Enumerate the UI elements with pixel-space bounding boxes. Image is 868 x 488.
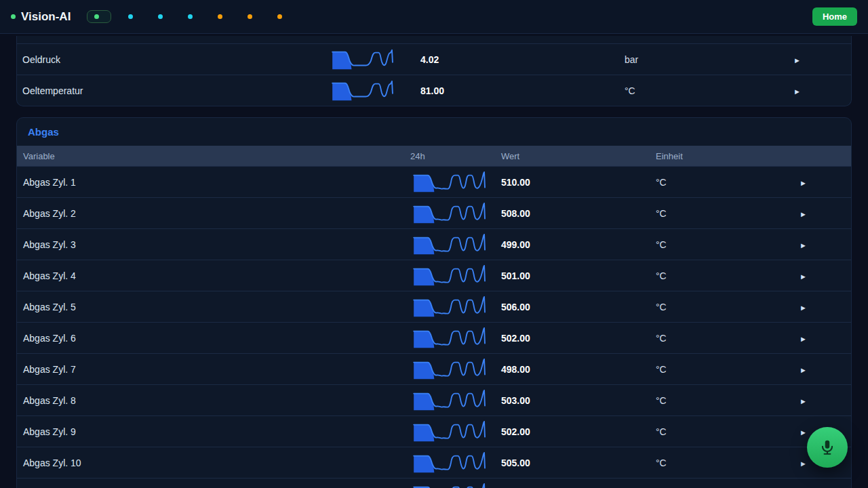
- nav-item[interactable]: [244, 10, 260, 23]
- value-text: 81.00: [420, 85, 625, 96]
- sparkline-chart: [329, 48, 409, 71]
- sparkline-cell: [410, 420, 501, 443]
- value-text: 4.02: [420, 54, 625, 65]
- column-header-einheit: Einheit: [656, 151, 800, 161]
- brand-dot-icon: [11, 14, 16, 19]
- sparkline-chart: [410, 264, 490, 287]
- play-button[interactable]: ►: [800, 180, 817, 187]
- play-icon: ►: [800, 460, 807, 468]
- variable-label: Abgas Zyl. 2: [23, 208, 410, 219]
- play-icon: ►: [800, 272, 807, 281]
- value-text: 506.00: [501, 302, 656, 312]
- play-button[interactable]: ►: [793, 57, 811, 64]
- play-icon: ►: [800, 179, 807, 187]
- sparkline-chart: [410, 483, 490, 488]
- play-icon: ►: [800, 366, 807, 374]
- value-text: 502.00: [501, 333, 656, 344]
- clipped-row: [17, 36, 851, 43]
- variable-label: Abgas Zyl. 9: [23, 426, 410, 437]
- sparkline-chart: [329, 79, 409, 102]
- variable-label: Abgas Zyl. 7: [23, 364, 410, 375]
- nav-item[interactable]: [274, 10, 290, 23]
- value-text: 508.00: [501, 208, 656, 219]
- value-text: 501.00: [501, 270, 656, 281]
- column-header-variable: Variable: [23, 151, 410, 161]
- sparkline-cell: [410, 389, 501, 412]
- table-row-partial: [17, 478, 851, 488]
- column-header-24h: 24h: [410, 151, 501, 161]
- nav-item-dot-icon: [277, 14, 282, 19]
- variable-label: Oeltemperatur: [22, 85, 329, 96]
- play-button[interactable]: ►: [800, 242, 817, 249]
- play-icon: ►: [800, 335, 807, 343]
- sparkline-chart: [410, 420, 490, 443]
- nav-item-dot-icon: [218, 14, 222, 19]
- play-button[interactable]: ►: [800, 367, 817, 374]
- play-button[interactable]: ►: [800, 336, 817, 343]
- sparkline-cell: [329, 79, 420, 102]
- nav-item-dot-icon: [248, 14, 252, 19]
- unit-text: °C: [656, 208, 800, 219]
- unit-text: °C: [656, 458, 800, 468]
- unit-text: °C: [656, 177, 800, 188]
- unit-text: °C: [656, 239, 800, 250]
- play-icon: ►: [793, 56, 801, 64]
- variable-label: Abgas Zyl. 3: [23, 239, 410, 250]
- top-nav: Vision-AI Home: [0, 0, 868, 34]
- brand-label: Vision-AI: [21, 10, 71, 24]
- nav-item-dot-icon: [128, 14, 133, 19]
- sparkline-cell: [410, 483, 501, 488]
- home-button[interactable]: Home: [812, 7, 857, 26]
- sparkline-cell: [410, 451, 501, 474]
- unit-text: °C: [656, 395, 800, 406]
- value-text: 498.00: [501, 364, 656, 375]
- play-button[interactable]: ►: [800, 273, 817, 281]
- table-row: Abgas Zyl. 6 502.00 °C ►: [17, 322, 851, 353]
- play-button[interactable]: ►: [800, 211, 817, 218]
- sparkline-chart: [410, 358, 490, 381]
- unit-text: °C: [656, 426, 800, 437]
- play-button[interactable]: ►: [800, 398, 817, 405]
- nav-item[interactable]: [87, 10, 111, 23]
- sparkline-chart: [410, 327, 490, 350]
- nav-item-dot-icon: [158, 14, 163, 19]
- sparkline-chart: [410, 389, 490, 412]
- nav-item[interactable]: [214, 10, 231, 23]
- voice-mic-fab-button[interactable]: [807, 427, 848, 468]
- nav-item[interactable]: [155, 10, 171, 23]
- top-table-body: Oeldruck 4.02 bar ► Oeltemperatur 81.00 …: [17, 43, 851, 106]
- unit-text: °C: [656, 302, 800, 312]
- nav-item[interactable]: [125, 10, 141, 23]
- play-button[interactable]: ►: [793, 88, 811, 96]
- sparkline-cell: [410, 296, 501, 319]
- table-row: Oeltemperatur 81.00 °C ►: [17, 75, 851, 106]
- mic-icon: [818, 439, 836, 456]
- nav-item[interactable]: [184, 10, 201, 23]
- value-text: 503.00: [501, 395, 656, 406]
- sparkline-cell: [410, 233, 501, 256]
- abgas-card: Abgas Variable 24h Wert Einheit Abgas Zy…: [16, 117, 852, 488]
- variable-label: Abgas Zyl. 4: [23, 270, 410, 281]
- table-row: Abgas Zyl. 1 510.00 °C ►: [17, 166, 851, 197]
- variable-label: Oeldruck: [22, 54, 329, 65]
- unit-text: °C: [656, 270, 800, 281]
- section-title: Abgas: [17, 118, 851, 146]
- play-icon: ►: [800, 428, 807, 436]
- play-button[interactable]: ►: [800, 304, 817, 312]
- variable-label: Abgas Zyl. 1: [23, 177, 410, 188]
- play-icon: ►: [800, 241, 807, 249]
- unit-text: °C: [625, 85, 793, 96]
- sparkline-chart: [410, 171, 490, 194]
- abgas-table-body: Abgas Zyl. 1 510.00 °C ► Abgas Zyl. 2 50…: [17, 166, 851, 478]
- sparkline-chart: [410, 233, 490, 256]
- play-icon: ►: [793, 87, 801, 96]
- nav-item-dot-icon: [188, 14, 193, 19]
- table-row: Abgas Zyl. 7 498.00 °C ►: [17, 353, 851, 384]
- value-text: 505.00: [501, 458, 656, 468]
- brand-logo[interactable]: Vision-AI: [11, 10, 71, 24]
- unit-text: bar: [625, 54, 793, 65]
- unit-text: °C: [656, 364, 800, 375]
- play-icon: ►: [800, 304, 807, 312]
- column-header-wert: Wert: [501, 151, 656, 161]
- nav-items: [87, 10, 290, 23]
